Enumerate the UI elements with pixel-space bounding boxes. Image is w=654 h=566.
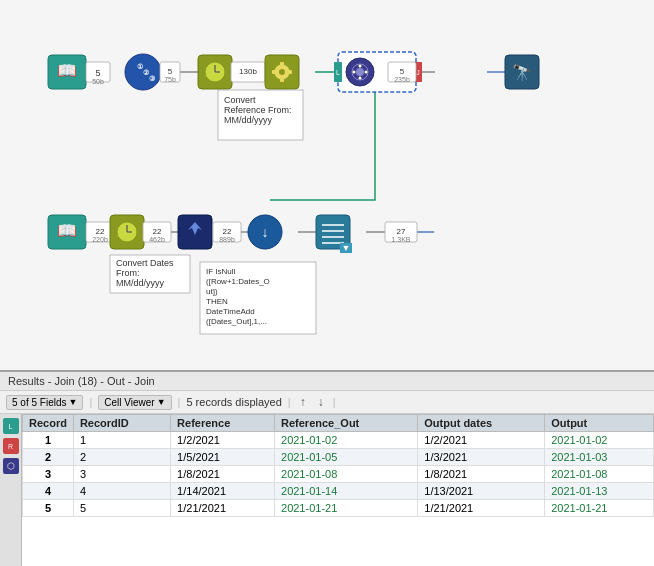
svg-text:889b: 889b [219, 236, 235, 243]
cell-4-4: 1/21/2021 [418, 500, 545, 517]
results-panel: Results - Join (18) - Out - Join 5 of 5 … [0, 370, 654, 566]
svg-text:22: 22 [223, 227, 232, 236]
svg-text:▼: ▼ [342, 243, 351, 253]
cell-4-2: 1/21/2021 [171, 500, 275, 517]
side-icon-l[interactable]: L [3, 418, 19, 434]
fields-label: 5 of 5 Fields [12, 397, 66, 408]
toolbar-separator-1: | [89, 396, 92, 408]
cell-0-1: 1 [73, 432, 170, 449]
svg-text:([Dates_Out],1,...: ([Dates_Out],1,... [206, 317, 267, 326]
records-count: 5 records displayed [186, 396, 281, 408]
side-icons-panel: L R ⬡ [0, 414, 22, 566]
svg-text:📖: 📖 [57, 61, 77, 80]
cell-3-0: 4 [23, 483, 74, 500]
table-wrapper: Record RecordID Reference Reference_Out … [22, 414, 654, 566]
svg-text:ut]): ut]) [206, 287, 218, 296]
col-output-dates: Output dates [418, 415, 545, 432]
svg-text:③: ③ [149, 75, 156, 82]
svg-text:MM/dd/yyyy: MM/dd/yyyy [116, 278, 165, 288]
svg-text:5: 5 [400, 67, 405, 76]
table-row: 221/5/20212021-01-051/3/20212021-01-03 [23, 449, 654, 466]
results-title: Results - Join (18) - Out - Join [8, 375, 155, 387]
svg-text:75b: 75b [164, 76, 176, 83]
svg-rect-0 [0, 0, 654, 370]
cell-viewer-label: Cell Viewer [104, 397, 154, 408]
svg-text:↓: ↓ [262, 224, 269, 240]
cell-1-0: 2 [23, 449, 74, 466]
cell-2-1: 3 [73, 466, 170, 483]
workflow-svg: 📖 5 50b ① ② ③ 5 75b 130b Convert Referen… [0, 0, 654, 370]
cell-1-3: 2021-01-05 [275, 449, 418, 466]
side-icon-r[interactable]: R [3, 438, 19, 454]
cell-0-0: 1 [23, 432, 74, 449]
viewer-chevron-icon: ▼ [157, 397, 166, 407]
svg-text:From:: From: [116, 268, 140, 278]
toolbar-separator-2: | [178, 396, 181, 408]
toolbar-separator-4: | [333, 396, 336, 408]
svg-text:🔭: 🔭 [512, 63, 532, 82]
cell-3-2: 1/14/2021 [171, 483, 275, 500]
col-recordid: RecordID [73, 415, 170, 432]
table-row: 441/14/20212021-01-141/13/20212021-01-13 [23, 483, 654, 500]
cell-4-3: 2021-01-21 [275, 500, 418, 517]
cell-2-2: 1/8/2021 [171, 466, 275, 483]
svg-text:THEN: THEN [206, 297, 228, 306]
cell-2-3: 2021-01-08 [275, 466, 418, 483]
results-header: Results - Join (18) - Out - Join [0, 372, 654, 391]
col-reference: Reference [171, 415, 275, 432]
cell-0-3: 2021-01-02 [275, 432, 418, 449]
svg-text:235b: 235b [394, 76, 410, 83]
cell-1-4: 1/3/2021 [418, 449, 545, 466]
svg-text:462b: 462b [149, 236, 165, 243]
side-icon-hex[interactable]: ⬡ [3, 458, 19, 474]
cell-3-4: 1/13/2021 [418, 483, 545, 500]
cell-0-4: 1/2/2021 [418, 432, 545, 449]
svg-text:5: 5 [168, 67, 173, 76]
cell-2-4: 1/8/2021 [418, 466, 545, 483]
svg-rect-34 [280, 62, 284, 66]
table-row: 551/21/20212021-01-211/21/20212021-01-21 [23, 500, 654, 517]
data-table: Record RecordID Reference Reference_Out … [22, 414, 654, 517]
svg-text:130b: 130b [239, 67, 257, 76]
col-output: Output [545, 415, 654, 432]
cell-3-1: 4 [73, 483, 170, 500]
fields-selector[interactable]: 5 of 5 Fields ▼ [6, 395, 83, 410]
svg-rect-35 [280, 78, 284, 82]
cell-4-0: 5 [23, 500, 74, 517]
svg-point-47 [359, 77, 362, 80]
svg-text:📖: 📖 [57, 221, 77, 240]
results-toolbar: 5 of 5 Fields ▼ | Cell Viewer ▼ | 5 reco… [0, 391, 654, 414]
svg-text:Reference From:: Reference From: [224, 105, 292, 115]
svg-point-33 [279, 69, 285, 75]
svg-text:L: L [336, 69, 340, 76]
col-record: Record [23, 415, 74, 432]
svg-text:MM/dd/yyyy: MM/dd/yyyy [224, 115, 273, 125]
svg-text:IF IsNull: IF IsNull [206, 267, 236, 276]
svg-rect-36 [272, 70, 276, 74]
svg-text:J: J [416, 69, 420, 76]
table-row: 111/2/20212021-01-021/2/20212021-01-02 [23, 432, 654, 449]
table-body: 111/2/20212021-01-021/2/20212021-01-0222… [23, 432, 654, 517]
table-header-row: Record RecordID Reference Reference_Out … [23, 415, 654, 432]
sort-up-button[interactable]: ↑ [297, 394, 309, 410]
cell-viewer-selector[interactable]: Cell Viewer ▼ [98, 395, 171, 410]
cell-4-5: 2021-01-21 [545, 500, 654, 517]
table-row: 331/8/20212021-01-081/8/20212021-01-08 [23, 466, 654, 483]
cell-0-5: 2021-01-02 [545, 432, 654, 449]
cell-4-1: 5 [73, 500, 170, 517]
cell-0-2: 1/2/2021 [171, 432, 275, 449]
fields-chevron-icon: ▼ [68, 397, 77, 407]
svg-point-46 [359, 65, 362, 68]
svg-text:Convert Dates: Convert Dates [116, 258, 174, 268]
svg-text:Convert: Convert [224, 95, 256, 105]
cell-2-0: 3 [23, 466, 74, 483]
cell-2-5: 2021-01-08 [545, 466, 654, 483]
svg-text:220b: 220b [92, 236, 108, 243]
workflow-canvas: 📖 5 50b ① ② ③ 5 75b 130b Convert Referen… [0, 0, 654, 370]
svg-point-48 [353, 71, 356, 74]
cell-3-3: 2021-01-14 [275, 483, 418, 500]
svg-text:([Row+1:Dates_O: ([Row+1:Dates_O [206, 277, 270, 286]
cell-1-5: 2021-01-03 [545, 449, 654, 466]
cell-3-5: 2021-01-13 [545, 483, 654, 500]
sort-down-button[interactable]: ↓ [315, 394, 327, 410]
